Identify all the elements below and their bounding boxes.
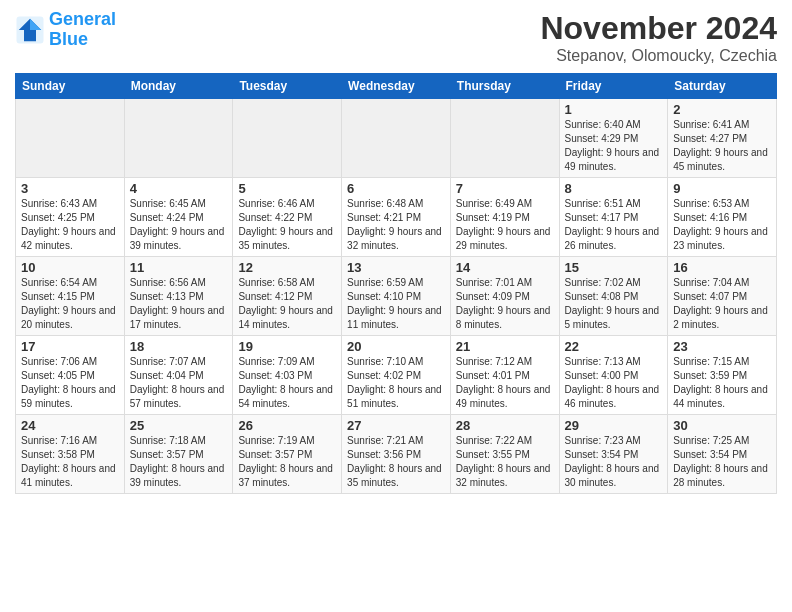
title-block: November 2024 Stepanov, Olomoucky, Czech…: [540, 10, 777, 65]
calendar-cell: 13Sunrise: 6:59 AM Sunset: 4:10 PM Dayli…: [342, 257, 451, 336]
day-number: 8: [565, 181, 663, 196]
calendar-week-row: 17Sunrise: 7:06 AM Sunset: 4:05 PM Dayli…: [16, 336, 777, 415]
calendar-cell: 27Sunrise: 7:21 AM Sunset: 3:56 PM Dayli…: [342, 415, 451, 494]
day-info: Sunrise: 7:12 AM Sunset: 4:01 PM Dayligh…: [456, 355, 554, 411]
calendar-cell: 17Sunrise: 7:06 AM Sunset: 4:05 PM Dayli…: [16, 336, 125, 415]
calendar-cell: 10Sunrise: 6:54 AM Sunset: 4:15 PM Dayli…: [16, 257, 125, 336]
day-info: Sunrise: 7:10 AM Sunset: 4:02 PM Dayligh…: [347, 355, 445, 411]
calendar-cell: 11Sunrise: 6:56 AM Sunset: 4:13 PM Dayli…: [124, 257, 233, 336]
logo: General Blue: [15, 10, 116, 50]
month-title: November 2024: [540, 10, 777, 47]
day-number: 22: [565, 339, 663, 354]
day-info: Sunrise: 7:16 AM Sunset: 3:58 PM Dayligh…: [21, 434, 119, 490]
day-header: Saturday: [668, 74, 777, 99]
day-info: Sunrise: 7:13 AM Sunset: 4:00 PM Dayligh…: [565, 355, 663, 411]
day-info: Sunrise: 7:18 AM Sunset: 3:57 PM Dayligh…: [130, 434, 228, 490]
day-number: 7: [456, 181, 554, 196]
day-info: Sunrise: 6:51 AM Sunset: 4:17 PM Dayligh…: [565, 197, 663, 253]
calendar-week-row: 3Sunrise: 6:43 AM Sunset: 4:25 PM Daylig…: [16, 178, 777, 257]
calendar-cell: 21Sunrise: 7:12 AM Sunset: 4:01 PM Dayli…: [450, 336, 559, 415]
day-info: Sunrise: 7:19 AM Sunset: 3:57 PM Dayligh…: [238, 434, 336, 490]
day-number: 1: [565, 102, 663, 117]
day-info: Sunrise: 7:04 AM Sunset: 4:07 PM Dayligh…: [673, 276, 771, 332]
calendar-cell: [450, 99, 559, 178]
calendar-cell: 1Sunrise: 6:40 AM Sunset: 4:29 PM Daylig…: [559, 99, 668, 178]
calendar-cell: 25Sunrise: 7:18 AM Sunset: 3:57 PM Dayli…: [124, 415, 233, 494]
calendar-cell: 19Sunrise: 7:09 AM Sunset: 4:03 PM Dayli…: [233, 336, 342, 415]
day-number: 19: [238, 339, 336, 354]
day-info: Sunrise: 6:41 AM Sunset: 4:27 PM Dayligh…: [673, 118, 771, 174]
calendar-cell: 22Sunrise: 7:13 AM Sunset: 4:00 PM Dayli…: [559, 336, 668, 415]
calendar-cell: [233, 99, 342, 178]
day-number: 17: [21, 339, 119, 354]
page-header: General Blue November 2024 Stepanov, Olo…: [15, 10, 777, 65]
day-number: 27: [347, 418, 445, 433]
logo-icon: [15, 15, 45, 45]
calendar-cell: 3Sunrise: 6:43 AM Sunset: 4:25 PM Daylig…: [16, 178, 125, 257]
calendar-cell: 12Sunrise: 6:58 AM Sunset: 4:12 PM Dayli…: [233, 257, 342, 336]
calendar-cell: [16, 99, 125, 178]
calendar-week-row: 1Sunrise: 6:40 AM Sunset: 4:29 PM Daylig…: [16, 99, 777, 178]
page-container: General Blue November 2024 Stepanov, Olo…: [0, 0, 792, 504]
logo-line2: Blue: [49, 29, 88, 49]
day-number: 18: [130, 339, 228, 354]
day-info: Sunrise: 6:59 AM Sunset: 4:10 PM Dayligh…: [347, 276, 445, 332]
day-number: 29: [565, 418, 663, 433]
day-number: 25: [130, 418, 228, 433]
calendar-cell: 4Sunrise: 6:45 AM Sunset: 4:24 PM Daylig…: [124, 178, 233, 257]
day-header: Monday: [124, 74, 233, 99]
calendar-cell: [342, 99, 451, 178]
day-number: 2: [673, 102, 771, 117]
day-number: 20: [347, 339, 445, 354]
day-number: 10: [21, 260, 119, 275]
day-info: Sunrise: 7:01 AM Sunset: 4:09 PM Dayligh…: [456, 276, 554, 332]
day-number: 30: [673, 418, 771, 433]
calendar-cell: 29Sunrise: 7:23 AM Sunset: 3:54 PM Dayli…: [559, 415, 668, 494]
day-header: Sunday: [16, 74, 125, 99]
calendar-header-row: SundayMondayTuesdayWednesdayThursdayFrid…: [16, 74, 777, 99]
day-info: Sunrise: 7:07 AM Sunset: 4:04 PM Dayligh…: [130, 355, 228, 411]
calendar-cell: 28Sunrise: 7:22 AM Sunset: 3:55 PM Dayli…: [450, 415, 559, 494]
day-number: 14: [456, 260, 554, 275]
calendar-cell: 30Sunrise: 7:25 AM Sunset: 3:54 PM Dayli…: [668, 415, 777, 494]
day-number: 12: [238, 260, 336, 275]
day-info: Sunrise: 7:23 AM Sunset: 3:54 PM Dayligh…: [565, 434, 663, 490]
day-header: Friday: [559, 74, 668, 99]
calendar-cell: 20Sunrise: 7:10 AM Sunset: 4:02 PM Dayli…: [342, 336, 451, 415]
calendar-cell: 24Sunrise: 7:16 AM Sunset: 3:58 PM Dayli…: [16, 415, 125, 494]
day-number: 16: [673, 260, 771, 275]
calendar-cell: [124, 99, 233, 178]
day-number: 3: [21, 181, 119, 196]
day-number: 21: [456, 339, 554, 354]
day-info: Sunrise: 6:45 AM Sunset: 4:24 PM Dayligh…: [130, 197, 228, 253]
calendar-cell: 16Sunrise: 7:04 AM Sunset: 4:07 PM Dayli…: [668, 257, 777, 336]
calendar-cell: 23Sunrise: 7:15 AM Sunset: 3:59 PM Dayli…: [668, 336, 777, 415]
day-info: Sunrise: 7:06 AM Sunset: 4:05 PM Dayligh…: [21, 355, 119, 411]
day-number: 24: [21, 418, 119, 433]
day-number: 9: [673, 181, 771, 196]
day-header: Thursday: [450, 74, 559, 99]
day-number: 6: [347, 181, 445, 196]
day-info: Sunrise: 6:46 AM Sunset: 4:22 PM Dayligh…: [238, 197, 336, 253]
day-info: Sunrise: 6:43 AM Sunset: 4:25 PM Dayligh…: [21, 197, 119, 253]
day-number: 23: [673, 339, 771, 354]
day-number: 15: [565, 260, 663, 275]
calendar-cell: 7Sunrise: 6:49 AM Sunset: 4:19 PM Daylig…: [450, 178, 559, 257]
day-info: Sunrise: 6:40 AM Sunset: 4:29 PM Dayligh…: [565, 118, 663, 174]
calendar-cell: 8Sunrise: 6:51 AM Sunset: 4:17 PM Daylig…: [559, 178, 668, 257]
day-info: Sunrise: 7:09 AM Sunset: 4:03 PM Dayligh…: [238, 355, 336, 411]
day-info: Sunrise: 6:54 AM Sunset: 4:15 PM Dayligh…: [21, 276, 119, 332]
day-info: Sunrise: 7:22 AM Sunset: 3:55 PM Dayligh…: [456, 434, 554, 490]
calendar-cell: 5Sunrise: 6:46 AM Sunset: 4:22 PM Daylig…: [233, 178, 342, 257]
day-info: Sunrise: 6:53 AM Sunset: 4:16 PM Dayligh…: [673, 197, 771, 253]
day-number: 5: [238, 181, 336, 196]
day-number: 11: [130, 260, 228, 275]
calendar-cell: 26Sunrise: 7:19 AM Sunset: 3:57 PM Dayli…: [233, 415, 342, 494]
day-header: Tuesday: [233, 74, 342, 99]
calendar-cell: 14Sunrise: 7:01 AM Sunset: 4:09 PM Dayli…: [450, 257, 559, 336]
day-info: Sunrise: 6:58 AM Sunset: 4:12 PM Dayligh…: [238, 276, 336, 332]
day-info: Sunrise: 6:56 AM Sunset: 4:13 PM Dayligh…: [130, 276, 228, 332]
logo-line1: General: [49, 9, 116, 29]
day-header: Wednesday: [342, 74, 451, 99]
day-number: 28: [456, 418, 554, 433]
